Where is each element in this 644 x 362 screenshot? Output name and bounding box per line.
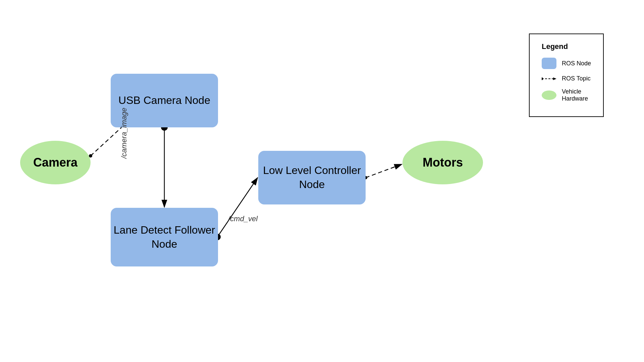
motors-label: Motors bbox=[423, 156, 463, 170]
legend-item-topic: ROS Topic bbox=[542, 75, 591, 82]
camera-hardware: Camera bbox=[20, 141, 91, 184]
lane-detect-node: Lane Detect FollowerNode bbox=[111, 208, 218, 266]
diagram-container: USB Camera Node Lane Detect FollowerNode… bbox=[0, 0, 644, 362]
legend-box: Legend ROS Node ROS Topic VehicleHardwar… bbox=[529, 34, 604, 117]
legend-item-node: ROS Node bbox=[542, 58, 591, 69]
legend-hw-label: VehicleHardware bbox=[562, 88, 588, 102]
legend-topic-icon bbox=[542, 75, 556, 82]
svg-marker-5 bbox=[553, 77, 556, 80]
camera-image-topic-label: /camera_image bbox=[120, 108, 128, 159]
legend-title: Legend bbox=[542, 42, 591, 51]
low-level-node-label: Low Level ControllerNode bbox=[263, 164, 361, 191]
low-level-controller-node: Low Level ControllerNode bbox=[258, 151, 366, 204]
camera-label: Camera bbox=[33, 156, 77, 170]
lane-to-controller-connection bbox=[217, 178, 258, 237]
cmd-vel-topic-label: /cmd_vel bbox=[228, 215, 258, 223]
legend-hw-icon bbox=[542, 90, 556, 100]
controller-to-motors-connection bbox=[366, 164, 402, 178]
legend-topic-label: ROS Topic bbox=[562, 75, 591, 82]
lane-detect-node-label: Lane Detect FollowerNode bbox=[114, 223, 215, 251]
motors-hardware: Motors bbox=[402, 141, 483, 184]
legend-node-icon bbox=[542, 58, 556, 69]
usb-camera-node-label: USB Camera Node bbox=[118, 94, 210, 108]
svg-point-6 bbox=[542, 77, 543, 80]
legend-item-hw: VehicleHardware bbox=[542, 88, 591, 102]
legend-node-label: ROS Node bbox=[562, 60, 591, 67]
